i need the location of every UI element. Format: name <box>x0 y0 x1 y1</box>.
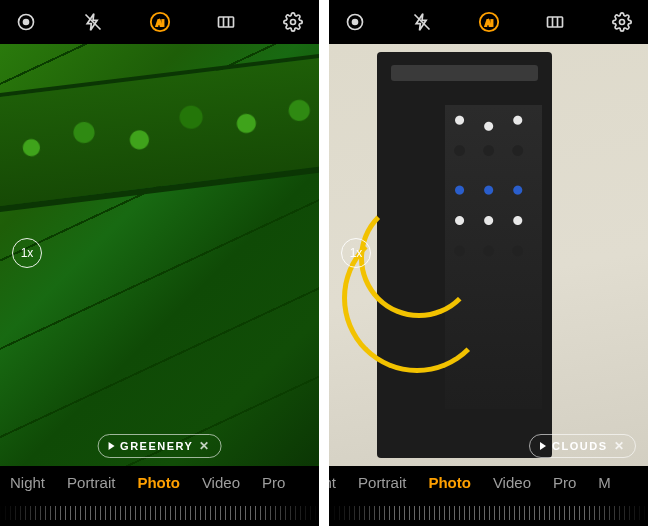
ai-icon[interactable]: AI <box>148 10 172 34</box>
camera-screen-right: AI 1x CLOUDS ✕ Night <box>329 0 648 526</box>
svg-point-17 <box>620 20 625 25</box>
mode-video[interactable]: Video <box>493 474 531 491</box>
scene-label: CLOUDS <box>552 440 607 452</box>
mode-strip[interactable]: Night Portrait Photo Video Pro M <box>329 474 648 491</box>
close-icon[interactable]: ✕ <box>614 439 626 453</box>
mode-photo[interactable]: Photo <box>137 474 180 491</box>
bottom-bar: Night Portrait Photo Video Pro M <box>329 466 648 526</box>
svg-point-1 <box>24 20 29 25</box>
svg-rect-14 <box>548 17 563 27</box>
scene-label: GREENERY <box>120 440 193 452</box>
scene-tag[interactable]: CLOUDS ✕ <box>529 434 636 458</box>
mode-portrait[interactable]: Portrait <box>67 474 115 491</box>
close-icon[interactable]: ✕ <box>199 439 211 453</box>
play-icon <box>108 442 114 450</box>
mode-more[interactable]: M <box>598 474 611 491</box>
mode-night[interactable]: Night <box>10 474 45 491</box>
mode-pro[interactable]: Pro <box>262 474 285 491</box>
svg-point-10 <box>353 20 358 25</box>
mode-video[interactable]: Video <box>202 474 240 491</box>
flash-icon[interactable] <box>81 10 105 34</box>
flash-icon[interactable] <box>410 10 434 34</box>
top-toolbar: AI <box>329 0 648 44</box>
aspect-icon[interactable] <box>543 10 567 34</box>
zoom-button[interactable]: 1x <box>12 238 42 268</box>
mode-portrait[interactable]: Portrait <box>358 474 406 491</box>
viewfinder-content <box>377 52 552 457</box>
svg-point-8 <box>291 20 296 25</box>
mode-pro[interactable]: Pro <box>553 474 576 491</box>
svg-rect-5 <box>219 17 234 27</box>
scene-tag[interactable]: GREENERY ✕ <box>97 434 222 458</box>
lens-icon[interactable] <box>343 10 367 34</box>
mode-night[interactable]: Night <box>329 474 336 491</box>
svg-text:AI: AI <box>484 19 492 28</box>
top-toolbar: AI <box>0 0 319 44</box>
zoom-button[interactable]: 1x <box>341 238 371 268</box>
settings-icon[interactable] <box>281 10 305 34</box>
svg-text:AI: AI <box>155 19 163 28</box>
settings-icon[interactable] <box>610 10 634 34</box>
bottom-bar: Night Portrait Photo Video Pro <box>0 466 319 526</box>
viewfinder[interactable]: 1x CLOUDS ✕ <box>329 44 648 466</box>
viewfinder[interactable]: 1x GREENERY ✕ <box>0 44 319 466</box>
mode-ruler <box>329 506 648 520</box>
aspect-icon[interactable] <box>214 10 238 34</box>
ai-icon[interactable]: AI <box>477 10 501 34</box>
mode-ruler <box>0 506 319 520</box>
play-icon <box>540 442 546 450</box>
viewfinder-content <box>0 53 319 211</box>
lens-icon[interactable] <box>14 10 38 34</box>
mode-photo[interactable]: Photo <box>428 474 471 491</box>
mode-strip[interactable]: Night Portrait Photo Video Pro <box>0 474 319 491</box>
camera-screen-left: AI 1x GREENERY ✕ Night Portrait Photo <box>0 0 319 526</box>
